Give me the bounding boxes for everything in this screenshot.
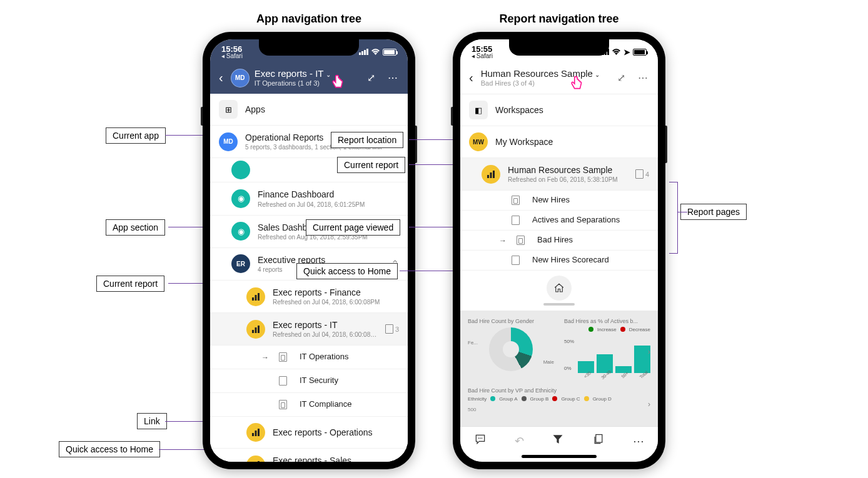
tile-vp-ethnicity[interactable]: Bad Hire Count by VP and Ethnicity Ethni… <box>465 385 653 415</box>
home-indicator[interactable] <box>522 455 597 458</box>
more-icon[interactable]: ⋯ <box>633 434 644 448</box>
callout-app-section: App section <box>106 219 165 236</box>
report-exec-sales[interactable]: Exec reports - SalesRefreshed on Aug 16,… <box>210 449 408 462</box>
svg-rect-2 <box>258 293 260 301</box>
page-bad-hires[interactable]: → Bad Hires <box>460 231 658 251</box>
chevron-down-icon: ⌄ <box>326 71 331 78</box>
page-icon <box>512 256 520 265</box>
battery-icon <box>633 49 647 56</box>
svg-rect-6 <box>252 433 254 436</box>
bottom-toolbar: ↶ ⋯ <box>460 426 658 452</box>
svg-rect-5 <box>258 326 260 333</box>
report-header: ‹ Human Resources Sample⌄ Bad Hires (3 o… <box>460 64 658 94</box>
nav-tree-content[interactable]: ◧ Workspaces MW My Workspace Human Resou… <box>460 94 658 426</box>
page-icon <box>512 216 520 225</box>
home-button[interactable] <box>547 276 572 301</box>
svg-rect-13 <box>490 172 492 178</box>
workspace-avatar-icon: MW <box>469 132 488 151</box>
section-icon: ER <box>231 254 250 273</box>
callout-current-page: Current page viewed <box>306 219 400 236</box>
dashboard-finance[interactable]: ◉ Finance DashboardRefreshed on Jul 04, … <box>210 182 408 215</box>
current-arrow-icon: → <box>261 353 269 362</box>
apps-icon: ⊞ <box>219 100 238 119</box>
bracket <box>669 182 678 254</box>
svg-point-15 <box>478 438 480 439</box>
apps-root-row[interactable]: ⊞ Apps <box>210 94 408 126</box>
expand-icon[interactable]: ⤢ <box>613 72 629 84</box>
phone-frame-2: 15:55 ◂ Safari ➤ ‹ <box>453 32 665 469</box>
report-icon <box>246 423 265 442</box>
report-preview: Bad Hire Count by Gender Fe... Male Bad … <box>460 311 658 426</box>
workspaces-icon: ◧ <box>469 101 488 119</box>
dashboard-icon: ◉ <box>231 189 250 208</box>
callout-current-report-2: Current report <box>337 157 405 173</box>
filter-icon[interactable] <box>552 433 564 449</box>
back-to-safari[interactable]: ◂ Safari <box>472 53 493 59</box>
callout-line <box>678 212 687 212</box>
tile-more-icon[interactable]: › <box>648 400 650 409</box>
chevron-down-icon: ⌄ <box>595 71 600 78</box>
page-new-hires[interactable]: New Hires <box>460 191 658 211</box>
header-title-dropdown[interactable]: Exec reports - IT⌄ IT Operations (1 of 3… <box>255 68 358 87</box>
notch <box>509 39 609 56</box>
page-it-operations[interactable]: → IT Operations <box>210 346 408 369</box>
callout-current-report: Current report <box>96 276 164 292</box>
comment-icon[interactable] <box>474 433 487 449</box>
page-mobile-icon <box>279 352 287 362</box>
tile-waterfall[interactable]: Bad Hires as % of Actives b... Increase … <box>562 316 653 380</box>
callout-link: Link <box>137 413 167 429</box>
svg-rect-18 <box>596 435 602 443</box>
tile-donut[interactable]: Bad Hire Count by Gender Fe... Male <box>465 316 557 380</box>
sheet-handle[interactable] <box>543 303 575 306</box>
back-button[interactable]: ‹ <box>467 71 476 85</box>
svg-rect-14 <box>493 171 495 178</box>
workspaces-root-row[interactable]: ◧ Workspaces <box>460 94 658 126</box>
callout-quick-home: Quick access to Home <box>59 441 160 457</box>
expand-icon[interactable]: ⤢ <box>363 72 379 84</box>
report-exec-finance[interactable]: Exec reports - FinanceRefreshed on Jul 0… <box>210 281 408 313</box>
page-new-hires-scorecard[interactable]: New Hires Scorecard <box>460 251 658 271</box>
report-hr-sample[interactable]: Human Resources SampleRefreshed on Feb 0… <box>460 158 658 191</box>
workspace-my-workspace[interactable]: MW My Workspace <box>460 126 658 158</box>
back-button[interactable]: ‹ <box>216 71 226 85</box>
svg-rect-3 <box>252 330 254 333</box>
more-icon[interactable]: ⋯ <box>634 72 652 84</box>
svg-point-16 <box>480 438 481 439</box>
pages-icon[interactable] <box>592 433 605 449</box>
page-count-icon <box>635 169 643 179</box>
battery-icon <box>383 49 396 56</box>
dashboard-icon: ◉ <box>231 222 250 241</box>
wifi-icon <box>371 47 380 57</box>
app-avatar: MD <box>231 69 250 87</box>
tile-more-icon[interactable]: › <box>648 347 650 356</box>
page-it-compliance[interactable]: IT Compliance <box>210 393 408 417</box>
page-actives-separations[interactable]: Actives and Separations <box>460 211 658 231</box>
report-icon <box>246 456 265 462</box>
report-exec-it[interactable]: Exec reports - ITRefreshed on Jul 04, 20… <box>210 313 408 346</box>
page-count-icon <box>385 324 393 334</box>
page-mobile-icon <box>279 400 287 409</box>
wifi-icon <box>612 47 621 57</box>
donut-chart <box>489 327 533 371</box>
report-icon <box>246 287 265 306</box>
notch <box>259 39 359 56</box>
more-icon[interactable]: ⋯ <box>384 72 401 84</box>
back-to-safari[interactable]: ◂ Safari <box>221 53 243 59</box>
svg-rect-0 <box>252 297 254 301</box>
app-avatar-icon: MD <box>219 132 238 151</box>
report-icon <box>482 165 500 184</box>
current-arrow-icon: → <box>499 236 507 245</box>
report-exec-operations[interactable]: Exec reports - Operations <box>210 417 408 449</box>
phone-frame-1: 15:56 ◂ Safari ‹ MD <box>203 32 415 469</box>
callout-report-location: Report location <box>331 132 403 148</box>
location-icon: ➤ <box>623 47 630 57</box>
svg-rect-8 <box>258 429 260 436</box>
svg-rect-4 <box>255 327 257 333</box>
svg-rect-1 <box>255 295 257 301</box>
undo-icon[interactable]: ↶ <box>515 434 524 448</box>
header-title-dropdown[interactable]: Human Resources Sample⌄ Bad Hires (3 of … <box>481 68 608 87</box>
page-it-security[interactable]: IT Security <box>210 369 408 393</box>
svg-rect-12 <box>487 175 489 178</box>
column-title-2: Report navigation tree <box>499 12 618 26</box>
bar-chart <box>578 339 650 373</box>
